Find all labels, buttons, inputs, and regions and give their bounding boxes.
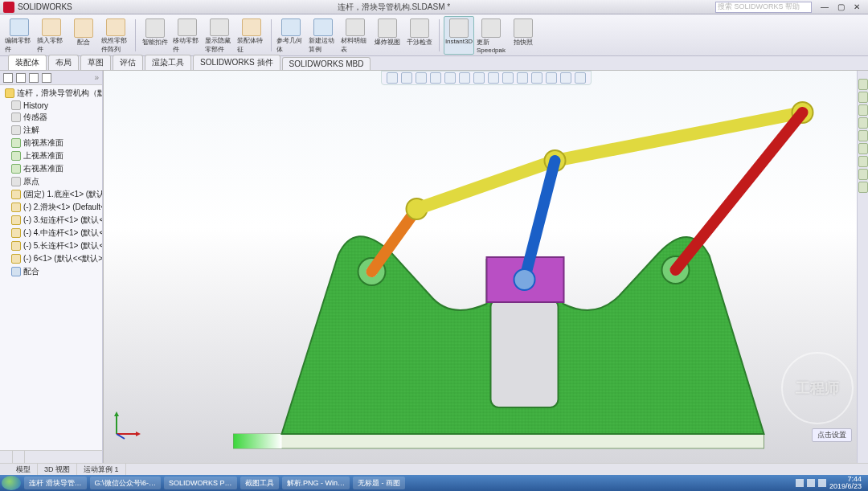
start-button[interactable] xyxy=(2,476,21,490)
tool-icon xyxy=(346,18,365,36)
tree-item[interactable]: (-) 3.短连杆<1> (默认<<默 xyxy=(0,214,102,227)
tree-item-label: 注解 xyxy=(23,125,39,136)
ribbon-tool[interactable]: 插入零部件 xyxy=(36,16,67,55)
tree-tab-icon[interactable] xyxy=(29,73,39,83)
taskpane-tab-icon[interactable] xyxy=(858,104,868,116)
tool-icon xyxy=(106,18,125,36)
ribbon-tool[interactable]: 材料明细表 xyxy=(340,16,371,55)
tree-item[interactable]: 右视基准面 xyxy=(0,162,102,175)
fld-icon xyxy=(11,177,21,186)
ribbon-tool[interactable]: 智能扣件 xyxy=(140,16,170,55)
ribbon-tool[interactable]: 装配体特征 xyxy=(236,16,267,55)
tree-item[interactable]: (-) 5.长连杆<1> (默认<<默 xyxy=(0,239,102,252)
tool-label: 干涉检查 xyxy=(407,38,432,47)
search-placeholder: 搜索 SOLIDWORKS 帮助 xyxy=(718,2,800,12)
tree-bottom-tab[interactable] xyxy=(0,451,13,463)
settings-button[interactable]: 点击设置 xyxy=(812,428,852,442)
ribbon-tool[interactable]: 更新 Speedpak xyxy=(476,16,506,55)
tree-bottom-tab[interactable] xyxy=(13,451,26,463)
tool-icon xyxy=(42,18,61,36)
taskbar-item[interactable]: 解析.PNG - Win… xyxy=(282,477,350,489)
ribbon-tool[interactable]: 线性零部件阵列 xyxy=(100,16,131,55)
ribbon-tool[interactable]: 编辑零部件 xyxy=(4,16,35,55)
taskpane-tab-icon[interactable] xyxy=(858,169,868,180)
tree-tabstrip[interactable]: » xyxy=(0,71,102,85)
tray-date: 2019/6/23 xyxy=(829,483,862,490)
ribbon-tool[interactable]: 干涉检查 xyxy=(404,16,435,55)
help-search-input[interactable]: 搜索 SOLIDWORKS 帮助 xyxy=(715,2,812,13)
category-tab[interactable]: 布局 xyxy=(48,55,79,70)
tree-item[interactable]: (固定) 1.底座<1> (默认<<默 xyxy=(0,188,102,201)
ribbon-tool[interactable]: 拍快照 xyxy=(508,16,538,55)
windows-taskbar[interactable]: 连杆 滑块导管…G:\微信公众号\6-…SOLIDWORKS P…截图工具解析.… xyxy=(0,475,868,491)
ribbon-tool[interactable]: 参考几何体 xyxy=(276,16,306,55)
task-pane-strip[interactable] xyxy=(857,71,868,463)
tree-tab-icon[interactable] xyxy=(16,73,26,83)
tree-bottom-tabs[interactable] xyxy=(0,450,102,463)
ribbon-tool[interactable]: 爆炸视图 xyxy=(372,16,403,55)
tree-collapse-icon[interactable]: » xyxy=(94,73,99,82)
tray-icon[interactable] xyxy=(807,479,815,487)
tree-tab-icon[interactable] xyxy=(3,73,13,83)
taskpane-tab-icon[interactable] xyxy=(858,156,868,167)
category-tab[interactable]: SOLIDWORKS MBD xyxy=(282,57,371,70)
taskpane-tab-icon[interactable] xyxy=(858,92,868,103)
taskbar-item[interactable]: 连杆 滑块导管… xyxy=(24,477,87,489)
svg-line-13 xyxy=(417,161,555,209)
model-tab[interactable]: 模型 xyxy=(10,464,38,476)
ribbon-tool[interactable]: 新建运动算例 xyxy=(308,16,338,55)
taskbar-item[interactable]: 截图工具 xyxy=(240,477,279,489)
ribbon-tool[interactable]: 配合 xyxy=(68,16,99,55)
taskpane-tab-icon[interactable] xyxy=(858,182,868,193)
tool-label: 参考几何体 xyxy=(276,36,305,54)
model-tab[interactable]: 3D 视图 xyxy=(38,464,77,476)
ribbon-tool[interactable]: 显示隐藏零部件 xyxy=(204,16,235,55)
tree-body[interactable]: 连杆，滑块导管机构（默认<显 History传感器注解前视基准面上视基准面右视基… xyxy=(0,85,102,450)
taskpane-tab-icon[interactable] xyxy=(858,130,868,141)
tree-item[interactable]: History xyxy=(0,100,102,111)
category-tab[interactable]: 评估 xyxy=(113,55,143,70)
product-name: SOLIDWORKS xyxy=(18,2,72,11)
prt-icon xyxy=(11,241,21,251)
close-button[interactable]: ✕ xyxy=(849,2,865,13)
tree-item[interactable]: 原点 xyxy=(0,175,102,188)
graphics-viewport[interactable]: 工程师 点击设置 xyxy=(103,71,868,463)
feature-manager-tree: » 连杆，滑块导管机构（默认<显 History传感器注解前视基准面上视基准面右… xyxy=(0,71,103,463)
taskpane-tab-icon[interactable] xyxy=(858,143,868,154)
tree-item[interactable]: 上视基准面 xyxy=(0,149,102,162)
tool-icon xyxy=(313,18,333,36)
category-tab[interactable]: 渲染工具 xyxy=(145,55,191,70)
tool-label: 编辑零部件 xyxy=(5,36,34,54)
solidworks-logo-icon xyxy=(3,2,14,13)
minimize-button[interactable]: — xyxy=(817,2,833,13)
tree-item[interactable]: 注解 xyxy=(0,124,102,137)
model-view-tabs[interactable]: 模型3D 视图运动算例 1 xyxy=(0,463,868,476)
model-tab[interactable]: 运动算例 1 xyxy=(77,464,126,476)
prt-icon xyxy=(11,215,21,225)
tray-icon[interactable] xyxy=(796,479,804,487)
tree-root[interactable]: 连杆，滑块导管机构（默认<显 xyxy=(0,87,102,100)
tree-item[interactable]: 前视基准面 xyxy=(0,137,102,149)
tree-tab-icon[interactable] xyxy=(42,73,51,83)
tree-item[interactable]: (-) 6<1> (默认<<默认>_显 xyxy=(0,252,102,265)
taskpane-tab-icon[interactable] xyxy=(858,79,868,90)
system-tray[interactable]: 7:44 2019/6/23 xyxy=(796,476,866,490)
taskpane-tab-icon[interactable] xyxy=(858,117,868,129)
maximize-button[interactable]: ▢ xyxy=(833,2,849,13)
tray-icon[interactable] xyxy=(818,479,826,487)
taskbar-item[interactable]: SOLIDWORKS P… xyxy=(164,477,237,489)
taskbar-item[interactable]: G:\微信公众号\6-… xyxy=(90,477,162,489)
category-tab[interactable]: 装配体 xyxy=(8,55,47,70)
ribbon-tool[interactable]: 移动零部件 xyxy=(172,16,203,55)
taskbar-item[interactable]: 无标题 - 画图 xyxy=(353,477,405,489)
svg-marker-23 xyxy=(136,432,141,436)
tree-item[interactable]: (-) 2.滑块<1> (Default< xyxy=(0,201,102,214)
tree-item[interactable]: (-) 4.中连杆<1> (默认<<默 xyxy=(0,227,102,239)
category-tab[interactable]: SOLIDWORKS 插件 xyxy=(193,55,280,70)
tree-item[interactable]: 传感器 xyxy=(0,111,102,124)
tree-item[interactable]: 配合 xyxy=(0,265,102,278)
ribbon-tool[interactable]: Instant3D xyxy=(444,16,474,55)
prt-icon xyxy=(11,228,21,238)
tool-icon xyxy=(242,18,261,36)
category-tab[interactable]: 草图 xyxy=(80,55,111,70)
